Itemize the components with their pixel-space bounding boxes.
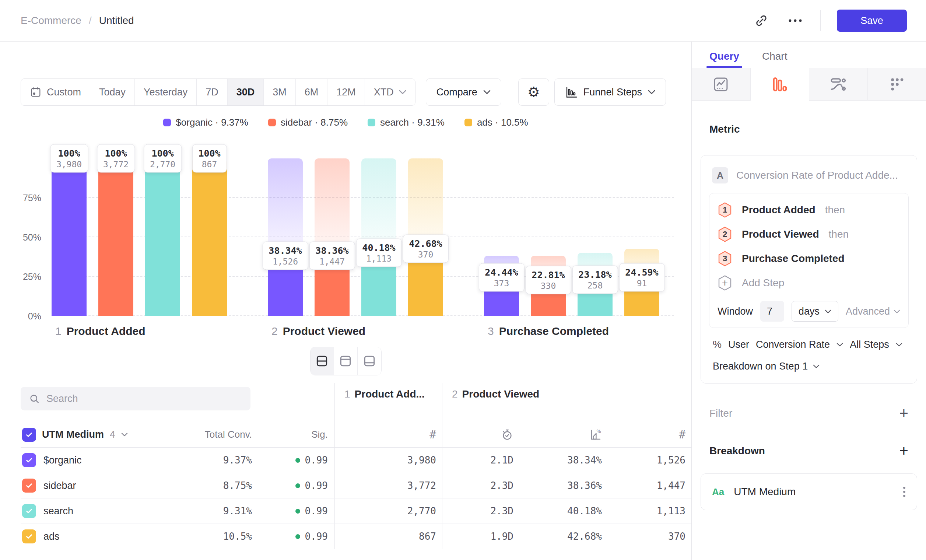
funnel-bar-organic-step3[interactable]: 24.44% 373 (484, 159, 519, 316)
add-breakdown-button[interactable]: + (899, 443, 908, 459)
breadcrumb-report-name[interactable]: Untitled (99, 15, 134, 27)
row-checkbox[interactable] (22, 530, 36, 543)
tab-retention[interactable] (868, 68, 926, 101)
legend-item-sidebar[interactable]: sidebar · 8.75% (268, 117, 348, 128)
advanced-toggle[interactable]: Advanced (846, 306, 900, 317)
legend-label: $organic · 9.37% (176, 117, 248, 128)
funnel-bar-search-step1[interactable]: 100% 2,770 (145, 159, 180, 316)
funnel-bar-sidebar-step3[interactable]: 22.81% 330 (531, 159, 566, 316)
range-7d[interactable]: 7D (197, 79, 228, 105)
table-only-view-icon (362, 354, 377, 368)
breakdown-on-step-select[interactable]: Breakdown on Step 1 (713, 361, 909, 372)
add-step-button[interactable]: + Add Step (717, 271, 900, 295)
tab-insights[interactable] (692, 68, 750, 101)
breakdown-property-card[interactable]: Aa UTM Medium (701, 474, 917, 510)
range-6m[interactable]: 6M (296, 79, 328, 105)
legend-item-ads[interactable]: ads · 10.5% (465, 117, 528, 128)
legend-item-search[interactable]: search · 9.31% (368, 117, 445, 128)
column-group-step1[interactable]: 1Product Add... (334, 383, 442, 422)
window-unit-select[interactable]: days (791, 301, 838, 322)
breakdown-column-header[interactable]: UTM Medium (42, 429, 104, 440)
range-30d[interactable]: 30D (228, 79, 264, 105)
y-axis-tick: 75% (23, 193, 41, 203)
funnel-bar-search-step2[interactable]: 40.18% 1,113 (361, 159, 396, 316)
steps-scope-select[interactable]: All Steps (850, 339, 889, 350)
breadcrumb-project[interactable]: E-Commerce (21, 15, 82, 27)
toggle-split-view[interactable] (310, 347, 334, 375)
total-conv-column-header[interactable]: Total Conv. (183, 422, 258, 447)
copy-link-button[interactable] (752, 12, 770, 29)
funnel-bar-sidebar-step1[interactable]: 100% 3,772 (98, 159, 133, 316)
gear-icon: ⚙ (528, 85, 540, 99)
row-checkbox[interactable] (22, 504, 36, 518)
tab-chart[interactable]: Chart (762, 50, 787, 68)
funnel-bar-sidebar-step2[interactable]: 38.36% 1,447 (315, 159, 350, 316)
toggle-table-only-view[interactable] (358, 347, 381, 375)
legend-item-organic[interactable]: $organic · 9.37% (163, 117, 248, 128)
kebab-menu-icon[interactable] (903, 486, 906, 498)
window-value-input[interactable]: 7 (760, 301, 784, 322)
search-input[interactable] (46, 393, 242, 404)
tab-query[interactable]: Query (710, 50, 739, 68)
total-conv-value: 9.31% (183, 498, 258, 524)
funnel-bar-ads-step1[interactable]: 100% 867 (192, 159, 227, 316)
step-label: 3Purchase Completed (488, 325, 609, 338)
bar-pct: 100% (103, 148, 129, 159)
bar-count: 2,770 (150, 159, 176, 169)
step2-count-column-header[interactable]: # (608, 422, 691, 447)
bar-count: 1,447 (315, 256, 348, 266)
range-xtd[interactable]: XTD (365, 79, 415, 105)
tab-funnels[interactable] (750, 68, 809, 101)
hash-icon: # (430, 428, 436, 441)
breadcrumb: E-Commerce / Untitled (21, 15, 134, 27)
range-12m[interactable]: 12M (327, 79, 365, 105)
funnel-bar-ads-step2[interactable]: 42.68% 370 (408, 159, 443, 316)
funnel-bar-ads-step3[interactable]: 24.59% 91 (624, 159, 659, 316)
funnel-bar-search-step3[interactable]: 23.18% 258 (578, 159, 613, 316)
query-step-1[interactable]: 1 Product Added then (717, 198, 900, 222)
toggle-chart-only-view[interactable] (334, 347, 358, 375)
range-yesterday[interactable]: Yesterday (135, 79, 197, 105)
select-all-checkbox[interactable] (22, 428, 36, 442)
step2-time-column-header[interactable] (442, 422, 523, 447)
metric-title[interactable]: Conversion Rate of Product Adde... (736, 170, 898, 181)
filter-heading: Filter (710, 407, 732, 419)
range-today[interactable]: Today (90, 79, 135, 105)
step1-count-column-header[interactable]: # (334, 422, 442, 447)
add-filter-button[interactable]: + (899, 406, 908, 421)
funnel-bar-organic-step1[interactable]: 100% 3,980 (51, 159, 86, 316)
step-number-hexagon: 3 (717, 251, 732, 267)
bar-value-label: 24.44% 373 (478, 263, 524, 292)
bar-value-label: 42.68% 370 (402, 235, 448, 263)
range-3m[interactable]: 3M (264, 79, 296, 105)
total-conv-value: 8.75% (183, 473, 258, 498)
breakdown-property-name: UTM Medium (734, 486, 796, 498)
ellipsis-icon (788, 19, 802, 23)
stopwatch-icon (501, 428, 513, 441)
significance-dot (295, 509, 300, 513)
counting-method[interactable]: User (728, 339, 749, 350)
range-custom[interactable]: Custom (21, 79, 90, 105)
metric-type-select[interactable]: Conversion Rate (756, 339, 830, 350)
query-step-2[interactable]: 2 Product Viewed then (717, 222, 900, 247)
query-step-3[interactable]: 3 Purchase Completed (717, 247, 900, 271)
row-checkbox[interactable] (22, 478, 36, 493)
more-menu-button[interactable] (787, 12, 804, 29)
step-event-name: Product Added (742, 204, 816, 216)
sig-column-header[interactable]: Sig. (258, 422, 334, 447)
bar-pct: 23.18% (578, 269, 611, 280)
metric-letter-badge: A (712, 167, 728, 183)
chart-type-button[interactable]: Funnel Steps (554, 79, 666, 106)
metric-card: A Conversion Rate of Product Adde... 1 P… (701, 155, 917, 383)
row-checkbox[interactable] (22, 453, 36, 467)
step2-count: 1,113 (608, 498, 691, 524)
funnel-bar-organic-step2[interactable]: 38.34% 1,526 (268, 159, 303, 316)
save-button[interactable]: Save (837, 9, 907, 32)
tab-flows[interactable] (809, 68, 868, 101)
column-group-step2[interactable]: 2Product Viewed (442, 383, 691, 422)
chart-settings-button[interactable]: ⚙ (518, 79, 549, 106)
bar-value-label: 38.36% 1,447 (309, 241, 355, 270)
step2-convrate-column-header[interactable]: % (523, 422, 608, 447)
retention-icon (889, 76, 905, 92)
compare-button[interactable]: Compare (426, 79, 501, 106)
